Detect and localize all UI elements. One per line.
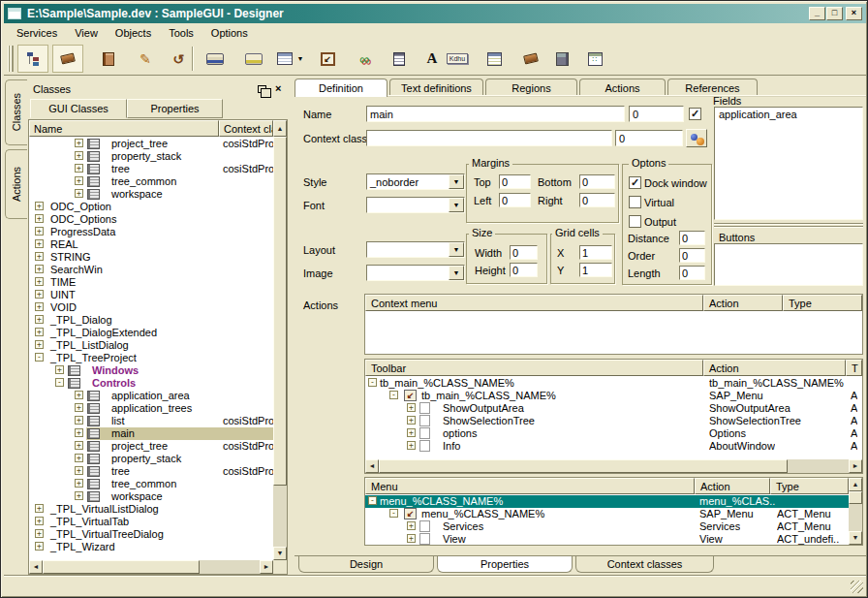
- scroll-right-icon[interactable]: ►: [260, 560, 273, 574]
- action-column-header[interactable]: Action: [703, 360, 846, 376]
- expand-icon[interactable]: +: [35, 252, 44, 261]
- type-column-header[interactable]: T: [846, 360, 862, 376]
- tree-row[interactable]: +STRING: [30, 251, 273, 264]
- expand-icon[interactable]: +: [35, 239, 44, 248]
- tree-row[interactable]: +_TPL_ListDialog: [30, 339, 273, 352]
- panel-close-icon[interactable]: ×: [275, 83, 281, 93]
- machine-button[interactable]: [546, 45, 577, 73]
- length-input[interactable]: [679, 266, 705, 280]
- expand-icon[interactable]: +: [75, 466, 83, 475]
- dialog-button[interactable]: ∷: [579, 45, 610, 73]
- chevron-down-icon[interactable]: ▼: [449, 174, 464, 189]
- expand-icon[interactable]: +: [407, 428, 416, 437]
- virtual-checkbox[interactable]: [629, 196, 641, 208]
- tab-regions[interactable]: Regions: [485, 79, 577, 96]
- tree-row[interactable]: +ODC_Options: [30, 213, 273, 226]
- expand-icon[interactable]: +: [75, 189, 83, 198]
- expand-icon[interactable]: +: [35, 302, 44, 311]
- order-input[interactable]: [679, 248, 705, 263]
- expand-icon[interactable]: +: [75, 403, 83, 412]
- tree-row[interactable]: +listcosiStdProje: [30, 415, 273, 427]
- grid-y-input[interactable]: [579, 263, 612, 277]
- tree-row[interactable]: +_TPL_Wizard: [30, 541, 273, 553]
- margin-left-input[interactable]: [499, 193, 531, 207]
- tree-row[interactable]: +property_stack: [30, 453, 273, 465]
- minimize-button[interactable]: _: [809, 7, 825, 20]
- tab-properties[interactable]: Properties: [437, 556, 573, 573]
- margin-right-input[interactable]: [579, 193, 615, 207]
- toolbar-drag-handle[interactable]: [8, 46, 14, 72]
- chevron-down-icon[interactable]: ▼: [449, 242, 464, 257]
- collapse-icon[interactable]: -: [55, 378, 64, 387]
- expand-icon[interactable]: +: [35, 290, 44, 299]
- tree-hscroll-thumb[interactable]: [43, 560, 200, 574]
- tree-row[interactable]: +_TPL_Dialog: [30, 314, 273, 327]
- expand-icon[interactable]: +: [407, 403, 416, 412]
- tree-row[interactable]: +_TPL_VirtualTreeDialog: [30, 528, 273, 541]
- tree-row[interactable]: +REAL: [30, 238, 273, 251]
- width-input[interactable]: [510, 245, 538, 260]
- distance-input[interactable]: [679, 231, 705, 245]
- title-bar[interactable]: E:\Sample\Sample.dev : SampleGUI - Desig…: [4, 4, 866, 23]
- tree-row[interactable]: +TIME: [30, 276, 273, 289]
- menu-item-options[interactable]: Options: [202, 25, 257, 41]
- action-column-header[interactable]: Action: [695, 478, 770, 494]
- menu-item-objects[interactable]: Objects: [107, 25, 160, 41]
- scroll-up-icon[interactable]: ▲: [849, 478, 862, 491]
- edit-button[interactable]: ✎: [130, 45, 161, 73]
- side-tab-actions[interactable]: Actions: [5, 149, 27, 219]
- tree-row[interactable]: +treecosiStdProje: [30, 163, 273, 175]
- expand-icon[interactable]: +: [407, 521, 416, 530]
- tab-text-definitions[interactable]: Text definitions: [389, 79, 483, 96]
- type-column-header[interactable]: Type: [770, 478, 849, 494]
- tree-hscrollbar[interactable]: ◄ ►: [29, 560, 273, 574]
- class-hierarchy-button[interactable]: [17, 45, 48, 73]
- style-dropdown[interactable]: _noborder ▼: [366, 173, 465, 190]
- menu-vscroll-thumb[interactable]: [849, 491, 862, 504]
- close-button[interactable]: ×: [846, 7, 862, 20]
- tab-context-classes[interactable]: Context classes: [575, 556, 714, 573]
- tree-row[interactable]: -Controls: [30, 377, 273, 390]
- expand-icon[interactable]: +: [35, 277, 44, 286]
- expand-icon[interactable]: +: [35, 265, 44, 273]
- context-class-input[interactable]: [366, 130, 612, 146]
- menu-item-view[interactable]: View: [66, 25, 107, 41]
- chevron-down-icon[interactable]: ▼: [449, 198, 464, 212]
- scroll-down-icon[interactable]: ▼: [849, 531, 862, 545]
- tree-vscroll-thumb[interactable]: [273, 137, 287, 486]
- fields-item[interactable]: application_area: [719, 109, 797, 120]
- link-context-button[interactable]: [686, 129, 707, 147]
- expand-icon[interactable]: +: [35, 328, 44, 336]
- resize-grip[interactable]: [851, 581, 863, 593]
- tree-row[interactable]: +_TPL_VirtualListDialog: [30, 503, 273, 516]
- toolbar-table-hscrollbar[interactable]: ◄ ►: [365, 459, 862, 473]
- tree-row[interactable]: +main: [30, 427, 273, 440]
- expand-icon[interactable]: +: [55, 365, 64, 374]
- expand-icon[interactable]: +: [75, 428, 83, 437]
- expand-icon[interactable]: +: [75, 139, 83, 147]
- table-row[interactable]: -↙menu_%CLASS_NAME%SAP_MenuACT_Menu: [365, 508, 849, 520]
- scroll-right-icon[interactable]: ►: [849, 459, 862, 473]
- expand-icon[interactable]: +: [75, 176, 83, 185]
- name-number-input[interactable]: [629, 106, 684, 122]
- tab-references[interactable]: References: [667, 79, 758, 96]
- tree-vscrollbar[interactable]: ▼: [273, 137, 287, 560]
- pointer-window-button[interactable]: ↙: [312, 45, 343, 73]
- context-number-input[interactable]: [615, 130, 683, 146]
- tree-row[interactable]: +SearchWin: [30, 264, 273, 276]
- text-sample-button[interactable]: Kdhu: [442, 45, 473, 73]
- collapse-icon[interactable]: -: [389, 391, 398, 399]
- expand-icon[interactable]: +: [35, 542, 44, 551]
- image-dropdown[interactable]: ▼: [366, 265, 465, 281]
- collapse-icon[interactable]: -: [368, 378, 377, 387]
- expand-icon[interactable]: +: [75, 416, 83, 425]
- tree-row[interactable]: +_TPL_VirtualTab: [30, 516, 273, 528]
- tree-row[interactable]: +application_trees: [30, 402, 273, 415]
- expand-icon[interactable]: +: [35, 214, 44, 223]
- name-input[interactable]: [366, 106, 625, 122]
- maximize-button[interactable]: □: [826, 7, 843, 20]
- expand-icon[interactable]: +: [75, 454, 83, 462]
- expand-icon[interactable]: +: [407, 416, 416, 425]
- name-checkbox[interactable]: ✓: [689, 108, 701, 120]
- tree-row[interactable]: +workspace: [30, 188, 273, 201]
